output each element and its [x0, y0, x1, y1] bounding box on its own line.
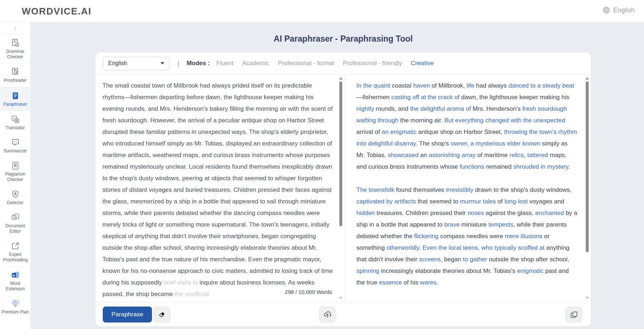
sidebar: Grammar Checker Proofreader Paraphraser …	[0, 22, 31, 329]
editor-panels: The small coastal town of Millbrook had …	[96, 75, 591, 302]
sidebar-item-label: Detector	[7, 200, 23, 206]
copy-result-button[interactable]	[565, 306, 582, 323]
clear-text-button[interactable]	[153, 306, 171, 323]
main-content: AI Paraphraser - Paraphrasing Tool Engli…	[31, 22, 644, 329]
sidebar-item-expert-proofreading[interactable]: Expert Proofreading	[0, 238, 30, 267]
paraphraser-toolbar: English | Modes : Fluent Academic Profes…	[96, 52, 591, 75]
mode-creative[interactable]: Creative	[411, 60, 433, 67]
grammar-checker-icon	[10, 38, 20, 47]
result-scrollbar-thumb[interactable]	[586, 81, 589, 252]
cloud-upload-icon	[323, 310, 332, 319]
sidebar-item-label: Paraphraser	[3, 102, 27, 107]
expert-proofreading-icon	[10, 241, 20, 250]
sidebar-item-label: Proofreader	[4, 78, 26, 83]
toolbar-separator: |	[178, 60, 179, 67]
source-scrollbar-thumb[interactable]	[339, 81, 342, 226]
scroll-down-icon[interactable]	[339, 297, 343, 299]
sidebar-item-summarizer[interactable]: Summarizer	[0, 134, 30, 157]
result-panel: In the quaint coastal haven of Millbrook…	[345, 75, 591, 302]
page-title: AI Paraphraser - Paraphrasing Tool	[96, 34, 591, 44]
plagiarism-checker-icon	[10, 161, 20, 170]
source-text[interactable]: The small coastal town of Millbrook had …	[96, 75, 334, 302]
premium-plan-icon	[10, 299, 20, 308]
sidebar-item-label: Plagiarism Checker	[1, 172, 30, 182]
paraphraser-icon	[10, 91, 20, 100]
sidebar-item-plagiarism-checker[interactable]: Plagiarism Checker	[0, 157, 30, 186]
chevron-left-icon	[12, 26, 18, 31]
sidebar-item-grammar-checker[interactable]: Grammar Checker	[0, 35, 30, 64]
globe-icon	[602, 6, 610, 14]
paraphrase-button[interactable]: Paraphrase	[103, 307, 152, 322]
sidebar-item-label: Word Extension	[1, 281, 30, 292]
scroll-up-icon[interactable]	[339, 77, 343, 80]
sidebar-item-paraphraser[interactable]: Paraphraser	[0, 87, 30, 111]
bottom-action-bar: Paraphrase	[96, 302, 591, 326]
sidebar-item-word-extension[interactable]: w Word Extension	[0, 267, 30, 295]
language-select-value: English	[108, 60, 127, 67]
translator-icon: A	[10, 114, 20, 124]
source-panel: The small coastal town of Millbrook had …	[96, 75, 345, 302]
mode-academic[interactable]: Academic	[242, 60, 269, 67]
eraser-icon	[158, 311, 166, 319]
detector-icon	[10, 189, 20, 199]
paraphraser-card: English | Modes : Fluent Academic Profes…	[96, 52, 591, 326]
result-scrollbar	[585, 76, 589, 300]
chevron-down-icon	[161, 62, 164, 64]
scroll-down-icon[interactable]	[585, 297, 589, 299]
mode-professional-formal[interactable]: Professional - formal	[278, 60, 334, 67]
svg-text:A: A	[13, 216, 14, 219]
sidebar-item-label: Translator	[5, 125, 25, 131]
language-select[interactable]: English	[103, 57, 170, 70]
sidebar-item-premium-plan[interactable]: Premium Plan	[0, 295, 30, 319]
copy-icon	[570, 311, 578, 319]
sidebar-item-document-editor[interactable]: A Document Editor	[0, 209, 30, 238]
result-text: In the quaint coastal haven of Millbrook…	[349, 75, 579, 302]
sidebar-item-translator[interactable]: A Translator	[0, 111, 30, 134]
sidebar-item-label: Expert Proofreading	[1, 252, 30, 263]
top-header: WORDVICE.AI English	[0, 0, 644, 22]
document-editor-icon: A	[10, 212, 20, 222]
proofreader-icon	[10, 67, 20, 76]
summarizer-icon	[10, 138, 20, 147]
collapse-sidebar-button[interactable]	[0, 23, 30, 35]
sidebar-item-label: Grammar Checker	[1, 49, 30, 60]
modes-label: Modes :	[187, 60, 210, 67]
source-scrollbar	[339, 76, 343, 300]
word-extension-icon: w	[10, 270, 20, 279]
sidebar-item-label: Summarizer	[4, 148, 27, 154]
svg-text:w: w	[12, 273, 15, 277]
mode-fluent[interactable]: Fluent	[216, 60, 233, 67]
sidebar-item-proofreader[interactable]: Proofreader	[0, 64, 30, 87]
site-language-label: English	[613, 7, 635, 14]
sidebar-item-label: Document Editor	[1, 223, 30, 234]
sidebar-item-detector[interactable]: Detector	[0, 186, 30, 209]
mode-professional-friendly[interactable]: Professional - friendly	[343, 60, 402, 67]
wordvice-logo[interactable]: WORDVICE.AI	[22, 6, 92, 17]
sidebar-item-label: Premium Plan	[1, 309, 29, 315]
word-count: 298 / 10,000 Words	[282, 288, 333, 296]
site-language-selector[interactable]: English	[602, 6, 635, 14]
upload-document-button[interactable]	[319, 306, 336, 323]
scroll-up-icon[interactable]	[585, 77, 589, 80]
